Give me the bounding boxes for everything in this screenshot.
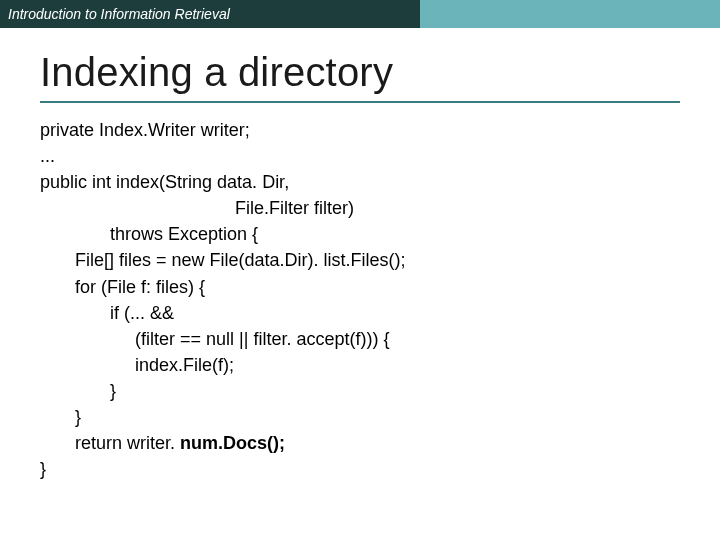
- code-line: }: [40, 407, 81, 427]
- code-line: index.File(f);: [40, 355, 234, 375]
- code-line: return writer.: [40, 433, 180, 453]
- code-line: throws Exception {: [40, 224, 258, 244]
- code-line: private Index.Writer writer;: [40, 120, 250, 140]
- code-line: public int index(String data. Dir,: [40, 172, 289, 192]
- code-line: File[] files = new File(data.Dir). list.…: [40, 250, 406, 270]
- title-area: Indexing a directory: [40, 50, 680, 103]
- slide: Introduction to Information Retrieval In…: [0, 0, 720, 540]
- code-line: ...: [40, 146, 55, 166]
- code-block: private Index.Writer writer; ... public …: [40, 117, 680, 482]
- code-line: }: [40, 381, 116, 401]
- slide-title: Indexing a directory: [40, 50, 680, 95]
- code-line: for (File f: files) {: [40, 277, 205, 297]
- top-bar-right: [420, 0, 720, 28]
- code-line: File.Filter filter): [40, 198, 354, 218]
- top-bar: Introduction to Information Retrieval: [0, 0, 720, 28]
- code-line: }: [40, 459, 46, 479]
- code-line: if (... &&: [40, 303, 174, 323]
- body-area: private Index.Writer writer; ... public …: [40, 117, 680, 482]
- code-line: (filter == null || filter. accept(f))) {: [40, 329, 389, 349]
- course-title: Introduction to Information Retrieval: [8, 7, 230, 21]
- code-bold: num.Docs();: [180, 433, 285, 453]
- top-bar-left: Introduction to Information Retrieval: [0, 0, 420, 28]
